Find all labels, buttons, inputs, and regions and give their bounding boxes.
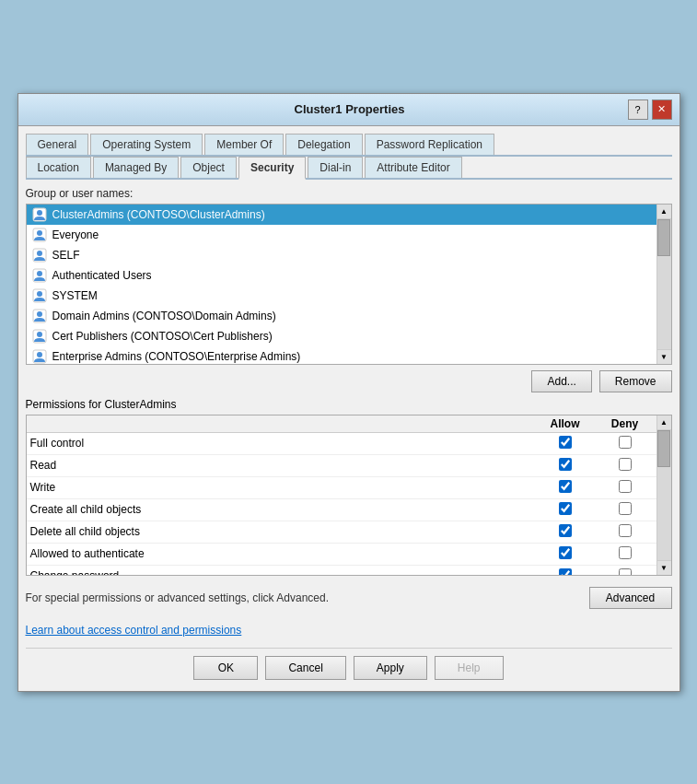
user-item-7[interactable]: Enterprise Admins (CONTOSO\Enterprise Ad…: [27, 346, 656, 364]
group-label: Group or user names:: [26, 187, 672, 200]
tab-attribute-editor[interactable]: Attribute Editor: [365, 157, 461, 178]
user-icon-1: [32, 228, 47, 242]
scroll-track[interactable]: [657, 219, 671, 349]
user-item-0[interactable]: ClusterAdmins (CONTOSO\ClusterAdmins): [27, 205, 656, 225]
user-item-3[interactable]: Authenticated Users: [27, 265, 656, 286]
user-item-1[interactable]: Everyone: [27, 225, 656, 245]
svg-point-7: [37, 271, 42, 276]
scroll-down-arrow[interactable]: ▼: [657, 349, 671, 364]
advanced-button[interactable]: Advanced: [589, 587, 672, 609]
perm-deny-checkbox-2[interactable]: [619, 480, 632, 493]
svg-point-3: [37, 230, 42, 236]
perm-deny-checkbox-5[interactable]: [619, 546, 632, 559]
perm-deny-3[interactable]: [598, 502, 653, 518]
tab-general[interactable]: General: [26, 134, 89, 155]
user-icon-6: [32, 329, 47, 344]
user-item-5[interactable]: Domain Admins (CONTOSO\Domain Admins): [27, 306, 656, 326]
perm-allow-checkbox-0[interactable]: [559, 436, 572, 449]
user-item-4[interactable]: SYSTEM: [27, 286, 656, 306]
properties-window: Cluster1 Properties ? ✕ General Operatin…: [17, 93, 680, 692]
advanced-row: For special permissions or advanced sett…: [26, 583, 672, 613]
add-button[interactable]: Add...: [531, 370, 591, 392]
user-icon-7: [32, 349, 47, 364]
permissions-scroll[interactable]: Allow Deny Full control Read Write: [27, 415, 656, 575]
close-button[interactable]: ✕: [652, 99, 672, 120]
user-item-2[interactable]: SELF: [27, 245, 656, 265]
user-list[interactable]: ClusterAdmins (CONTOSO\ClusterAdmins) Ev…: [27, 205, 656, 364]
user-name-5: Domain Admins (CONTOSO\Domain Admins): [52, 310, 276, 322]
perm-deny-6[interactable]: [598, 568, 653, 575]
user-item-6[interactable]: Cert Publishers (CONTOSO\Cert Publishers…: [27, 326, 656, 346]
svg-point-11: [37, 311, 42, 317]
perm-allow-checkbox-1[interactable]: [559, 458, 572, 471]
perm-scrollbar[interactable]: ▲ ▼: [656, 415, 671, 575]
tab-delegation[interactable]: Delegation: [285, 134, 362, 155]
svg-point-15: [37, 352, 42, 357]
tabs-row-1: General Operating System Member Of Deleg…: [26, 134, 672, 157]
perm-header-deny: Deny: [598, 417, 653, 430]
user-name-2: SELF: [52, 249, 80, 262]
permissions-label: Permissions for ClusterAdmins: [26, 398, 672, 411]
tab-object[interactable]: Object: [180, 157, 237, 178]
perm-deny-checkbox-0[interactable]: [619, 436, 632, 449]
user-list-scrollbar[interactable]: ▲ ▼: [656, 205, 671, 364]
cancel-button[interactable]: Cancel: [265, 656, 345, 680]
perm-row-3: Create all child objects: [27, 499, 656, 521]
user-name-4: SYSTEM: [52, 289, 98, 302]
perm-deny-2[interactable]: [598, 480, 653, 496]
perm-scroll-track[interactable]: [657, 430, 671, 560]
perm-allow-checkbox-5[interactable]: [559, 546, 572, 559]
perm-deny-0[interactable]: [598, 436, 653, 451]
help-button-bottom[interactable]: Help: [435, 656, 504, 680]
tab-location[interactable]: Location: [26, 157, 91, 178]
ok-button[interactable]: OK: [193, 656, 258, 680]
perm-allow-5[interactable]: [533, 546, 598, 562]
perm-allow-4[interactable]: [533, 524, 598, 540]
perm-allow-0[interactable]: [533, 436, 598, 451]
perm-deny-4[interactable]: [598, 524, 653, 540]
perm-deny-5[interactable]: [598, 546, 653, 562]
perm-deny-checkbox-6[interactable]: [619, 568, 632, 575]
user-name-0: ClusterAdmins (CONTOSO\ClusterAdmins): [52, 208, 265, 221]
user-name-6: Cert Publishers (CONTOSO\Cert Publishers…: [52, 330, 273, 343]
tab-password-replication[interactable]: Password Replication: [365, 134, 494, 155]
scroll-thumb[interactable]: [657, 219, 670, 256]
perm-name-1: Read: [30, 459, 533, 472]
svg-point-1: [37, 210, 42, 216]
window-title: Cluster1 Properties: [72, 102, 628, 116]
perm-allow-6[interactable]: [533, 568, 598, 575]
help-button[interactable]: ?: [628, 99, 648, 120]
perm-scroll-down[interactable]: ▼: [657, 560, 671, 575]
tab-managed-by[interactable]: Managed By: [93, 157, 179, 178]
advanced-text: For special permissions or advanced sett…: [26, 591, 330, 604]
scroll-up-arrow[interactable]: ▲: [657, 205, 671, 219]
content-area: General Operating System Member Of Deleg…: [18, 126, 680, 691]
perm-name-3: Create all child objects: [30, 503, 533, 516]
perm-row-6: Change password: [27, 566, 656, 575]
remove-button[interactable]: Remove: [599, 370, 672, 392]
perm-allow-1[interactable]: [533, 458, 598, 474]
perm-allow-checkbox-4[interactable]: [559, 524, 572, 537]
perm-name-0: Full control: [30, 437, 533, 450]
perm-scroll-thumb[interactable]: [657, 430, 670, 467]
perm-deny-checkbox-3[interactable]: [619, 502, 632, 515]
perm-deny-checkbox-4[interactable]: [619, 524, 632, 537]
perm-allow-3[interactable]: [533, 502, 598, 518]
tab-operating-system[interactable]: Operating System: [90, 134, 203, 155]
apply-button[interactable]: Apply: [354, 656, 427, 680]
tab-member-of[interactable]: Member Of: [204, 134, 284, 155]
perm-name-6: Change password: [30, 569, 533, 575]
tab-security[interactable]: Security: [238, 157, 306, 180]
tab-dial-in[interactable]: Dial-in: [308, 157, 363, 178]
learn-link[interactable]: Learn about access control and permissio…: [26, 624, 242, 637]
perm-deny-1[interactable]: [598, 458, 653, 474]
user-icon-2: [32, 248, 47, 263]
perm-row-5: Allowed to authenticate: [27, 544, 656, 566]
perm-allow-checkbox-6[interactable]: [559, 568, 572, 575]
perm-allow-checkbox-2[interactable]: [559, 480, 572, 493]
perm-allow-2[interactable]: [533, 480, 598, 496]
perm-allow-checkbox-3[interactable]: [559, 502, 572, 515]
perm-scroll-up[interactable]: ▲: [657, 415, 671, 430]
perm-deny-checkbox-1[interactable]: [619, 458, 632, 471]
tabs-row-2: Location Managed By Object Security Dial…: [26, 157, 672, 180]
